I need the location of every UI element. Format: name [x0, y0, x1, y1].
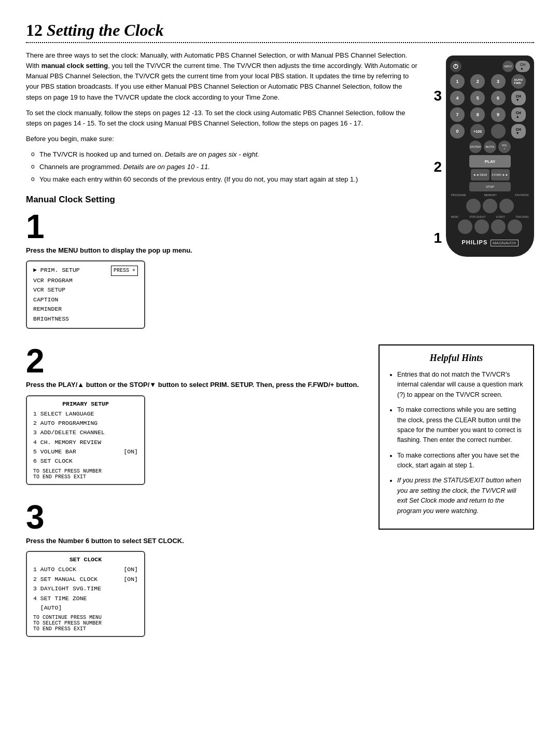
menu-item-label: REMINDER — [33, 304, 62, 314]
list-item: You make each entry within 60 seconds of… — [31, 174, 420, 185]
menu-item: 4 SET TIME ZONE — [33, 594, 138, 603]
small-buttons-row: ENTER MUTE VOL+ — [450, 141, 530, 153]
autofwd-button[interactable]: AUTOFWD — [511, 74, 526, 89]
tracking-button[interactable] — [508, 219, 522, 234]
hint-item-4: If you press the STATUS/EXIT button when… — [397, 476, 525, 516]
enter-button[interactable]: ENTER — [469, 141, 482, 153]
menu-item: 1 SELECT LANGUAGE — [33, 409, 138, 419]
menu-item-label: 3 DAYLIGHT SVG.TIME — [33, 584, 101, 593]
left-column: There are three ways to set the clock: M… — [26, 50, 420, 344]
menu-item: 6 SET CLOCK — [33, 456, 138, 466]
menu-item: REMINDER — [33, 304, 138, 314]
num-8-button[interactable]: 8 — [470, 107, 485, 122]
step-2-number: 2 — [26, 344, 368, 378]
menu-item: 5 VOLUME BAR [ON] — [33, 447, 138, 456]
remote-wrapper: 3 2 1 INPUT CH▲ 1 2 — [433, 50, 534, 273]
menu-item-tag: [ON] — [123, 575, 138, 584]
num-5-button[interactable]: 5 — [470, 91, 485, 105]
input-button[interactable]: INPUT — [502, 61, 514, 72]
status-exit-button[interactable] — [474, 219, 489, 234]
menu-item: 3 ADD/DELETE CHANNEL — [33, 428, 138, 437]
hints-box: Helpful Hints Entries that do not match … — [379, 344, 534, 530]
stop-row: STOP — [450, 182, 530, 191]
step-2-screen: PRIMARY SETUP 1 SELECT LANGUAGE 2 AUTO P… — [26, 395, 145, 485]
remote-step-3: 3 — [433, 88, 442, 104]
menu-item-label: 3 ADD/DELETE CHANNEL — [33, 428, 105, 437]
step-1-screen: ► PRIM. SETUP PRESS + VCR PROGRAM VCR SE… — [26, 260, 145, 329]
menu-item-label: VCR SETUP — [33, 285, 65, 295]
menu-item: BRIGHTNESS — [33, 314, 138, 324]
menu-item-label: ► PRIM. SETUP — [33, 266, 80, 276]
tracking-label: TRACKING — [515, 215, 529, 218]
menu-item: 2 SET MANUAL CLOCK [ON] — [33, 575, 138, 584]
ch-down2-button[interactable]: CH▼ — [511, 124, 526, 139]
numpad-row-3: 7 8 9 CH▲ — [450, 107, 530, 122]
page-title: 12 Setting the Clock — [26, 21, 534, 40]
menu-item-label: 2 AUTO PROGRAMMING — [33, 419, 97, 428]
favorite-button[interactable] — [499, 199, 514, 213]
menu-button[interactable] — [458, 219, 472, 234]
intro-paragraph-2: To set the clock manually, follow the st… — [26, 108, 420, 129]
channel-down-button[interactable]: CH▼ — [511, 91, 526, 105]
remote-control: INPUT CH▲ 1 2 3 AUTOFWD 4 5 6 CH▼ — [446, 56, 534, 257]
plus100-button[interactable]: +100 — [470, 124, 485, 139]
screen-footer: TO SELECT PRESS NUMBER — [33, 468, 138, 474]
hint-item-1: Entries that do not match the TV/VCR's i… — [397, 370, 525, 400]
helpful-hints-panel: Helpful Hints Entries that do not match … — [379, 344, 534, 653]
step-1-instruction: Press the MENU button to display the pop… — [26, 245, 420, 256]
menu-item-label: 6 SET CLOCK — [33, 456, 73, 466]
event-label: EVENT — [496, 215, 505, 218]
intro-paragraph-1: There are three ways to set the clock: M… — [26, 50, 420, 103]
num-4-button[interactable]: 4 — [450, 91, 465, 105]
right-column: 3 2 1 INPUT CH▲ 1 2 — [430, 50, 534, 344]
step-3-screen: SET CLOCK 1 AUTO CLOCK [ON] 2 SET MANUAL… — [26, 551, 145, 637]
num-9-button[interactable]: 9 — [491, 107, 506, 122]
press-label: PRESS + — [111, 266, 138, 276]
menu-item-tag: [ON] — [123, 565, 138, 574]
ch-up-button[interactable]: CH▲ — [515, 61, 530, 72]
step-3-block: 3 Press the Number 6 button to select SE… — [26, 501, 368, 647]
lower-layout: 2 Press the PLAY/▲ button or the STOP/▼ … — [26, 344, 534, 653]
screen-footer-4: TO SELECT PRESS NUMBER — [33, 620, 138, 626]
menu-item-label: 1 AUTO CLOCK — [33, 565, 76, 574]
volume-button[interactable]: VOL+ — [498, 141, 511, 153]
mute-button[interactable]: MUTE — [484, 141, 496, 153]
screen-footer-5: TO END PRESS EXIT — [33, 626, 138, 632]
menu-item-label: 1 SELECT LANGUAGE — [33, 409, 94, 419]
power-button[interactable] — [450, 61, 461, 72]
program-button[interactable] — [466, 199, 481, 213]
rew-button[interactable]: ◄◄ REW — [471, 169, 489, 181]
num-7-button[interactable]: 7 — [450, 107, 465, 122]
play-button[interactable]: PLAY — [469, 155, 511, 168]
remote-step-2: 2 — [433, 159, 442, 175]
num-3-button[interactable]: 3 — [491, 74, 506, 89]
function-buttons-row — [450, 199, 530, 213]
memory-button[interactable] — [483, 199, 497, 213]
magnavox-brand: MAGNAVOX — [491, 240, 519, 246]
menu-item: VCR PROGRAM — [33, 276, 138, 285]
menu-item: 2 AUTO PROGRAMMING — [33, 419, 138, 428]
menu-item-label: 4 SET TIME ZONE — [33, 594, 87, 603]
event-button[interactable] — [491, 219, 506, 234]
num-0-button[interactable]: 0 — [450, 124, 465, 139]
num-2-button[interactable]: 2 — [470, 74, 485, 89]
favorite-label: FAVORITE — [515, 193, 529, 197]
channel-up-button[interactable]: CH▲ — [511, 107, 526, 122]
ffwd-button[interactable]: F.FWD ►► — [491, 169, 510, 181]
screen-footer-2: TO END PRESS EXIT — [33, 474, 138, 480]
menu-item: 4 CH. MEMORY REVIEW — [33, 438, 138, 447]
remote-step-labels: 3 2 1 — [433, 50, 442, 273]
stop-button[interactable]: STOP — [469, 182, 511, 191]
num-6-button[interactable]: 6 — [491, 91, 506, 105]
list-item: The TV/VCR is hooked up and turned on. D… — [31, 149, 420, 160]
menu-item-label: 5 VOLUME BAR — [33, 447, 76, 456]
hints-list: Entries that do not match the TV/VCR's i… — [388, 370, 525, 516]
menu-item-label: 4 CH. MEMORY REVIEW — [33, 438, 101, 447]
step-2-instruction: Press the PLAY/▲ button or the STOP/▼ bu… — [26, 380, 368, 390]
intro-paragraph-3: Before you begin, make sure: — [26, 134, 420, 144]
step-1-block: 1 Press the MENU button to display the p… — [26, 210, 420, 339]
memory-label: MEMORY — [484, 193, 497, 197]
step-3-number: 3 — [26, 501, 368, 534]
num-1-button[interactable]: 1 — [450, 74, 465, 89]
numpad-row-4: 0 +100 CH▼ — [450, 124, 530, 139]
